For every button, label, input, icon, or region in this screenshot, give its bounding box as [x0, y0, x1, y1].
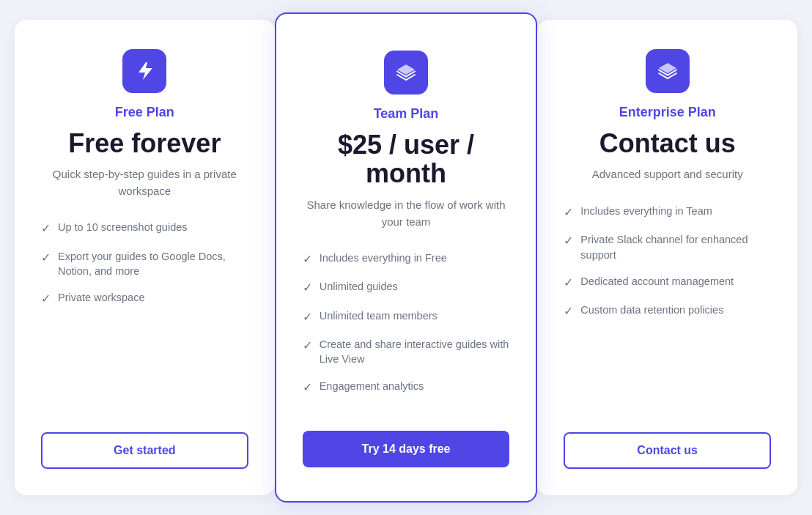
list-item: ✓ Includes everything in Team [564, 204, 771, 221]
enterprise-plan-card: Enterprise Plan Contact us Advanced supp… [537, 20, 797, 495]
check-icon: ✓ [303, 379, 312, 396]
feature-text: Unlimited team members [320, 308, 438, 323]
free-plan-header: Free Plan Free forever Quick step-by-ste… [41, 49, 248, 221]
list-item: ✓ Custom data retention policies [564, 303, 771, 319]
feature-text: Dedicated account management [580, 274, 734, 289]
feature-text: Unlimited guides [320, 279, 398, 294]
free-plan-card: Free Plan Free forever Quick step-by-ste… [15, 20, 275, 495]
enterprise-features-list: ✓ Includes everything in Team ✓ Private … [564, 204, 771, 355]
team-plan-header: Team Plan $25 / user / month Share knowl… [303, 51, 510, 251]
list-item: ✓ Up to 10 screenshot guides [41, 220, 248, 237]
pricing-container: Free Plan Free forever Quick step-by-ste… [15, 20, 797, 495]
check-icon: ✓ [303, 251, 312, 267]
check-icon: ✓ [303, 338, 312, 354]
free-features-list: ✓ Up to 10 screenshot guides ✓ Export yo… [41, 220, 248, 342]
list-item: ✓ Create and share interactive guides wi… [303, 337, 510, 367]
check-icon: ✓ [303, 309, 312, 325]
check-icon: ✓ [303, 280, 312, 296]
contact-us-button[interactable]: Contact us [564, 432, 771, 469]
check-icon: ✓ [564, 233, 573, 249]
try-free-button[interactable]: Try 14 days free [303, 431, 510, 467]
layers-icon [394, 61, 418, 84]
team-plan-price: $25 / user / month [303, 130, 510, 188]
team-features-list: ✓ Includes everything in Free ✓ Unlimite… [303, 251, 510, 431]
free-plan-icon-wrapper [122, 49, 166, 93]
free-plan-description: Quick step-by-step guides in a private w… [41, 166, 248, 199]
enterprise-layers-icon [656, 59, 679, 83]
free-plan-price: Free forever [41, 129, 248, 158]
enterprise-plan-cta: Contact us [564, 432, 771, 469]
list-item: ✓ Engagement analytics [303, 379, 510, 396]
check-icon: ✓ [41, 221, 51, 237]
feature-text: Create and share interactive guides with… [320, 337, 510, 367]
feature-text: Up to 10 screenshot guides [58, 220, 188, 234]
check-icon: ✓ [564, 204, 573, 221]
list-item: ✓ Unlimited team members [303, 308, 510, 325]
get-started-button[interactable]: Get started [41, 432, 248, 469]
enterprise-plan-icon-wrapper [646, 49, 690, 93]
team-plan-icon-wrapper [384, 51, 428, 95]
list-item: ✓ Private workspace [41, 290, 248, 307]
feature-text: Custom data retention policies [580, 303, 723, 317]
list-item: ✓ Private Slack channel for enhanced sup… [564, 232, 771, 262]
check-icon: ✓ [41, 250, 51, 266]
list-item: ✓ Includes everything in Free [303, 251, 510, 267]
check-icon: ✓ [564, 303, 573, 319]
team-plan-cta: Try 14 days free [303, 431, 510, 467]
feature-text: Includes everything in Free [320, 251, 447, 265]
team-plan-name: Team Plan [303, 106, 510, 122]
feature-text: Engagement analytics [320, 379, 424, 393]
list-item: ✓ Unlimited guides [303, 279, 510, 296]
feature-text: Private Slack channel for enhanced suppo… [580, 232, 771, 262]
feature-text: Export your guides to Google Docs, Notio… [58, 249, 248, 279]
enterprise-plan-price: Contact us [564, 129, 771, 158]
enterprise-plan-description: Advanced support and security [564, 166, 771, 183]
enterprise-plan-name: Enterprise Plan [564, 105, 771, 120]
feature-text: Includes everything in Team [580, 204, 712, 218]
list-item: ✓ Dedicated account management [564, 274, 771, 291]
team-plan-card: Team Plan $25 / user / month Share knowl… [275, 12, 538, 503]
lightning-icon [133, 59, 156, 83]
enterprise-plan-header: Enterprise Plan Contact us Advanced supp… [564, 49, 771, 204]
list-item: ✓ Export your guides to Google Docs, Not… [41, 249, 248, 279]
free-plan-name: Free Plan [41, 105, 248, 120]
check-icon: ✓ [41, 291, 51, 307]
feature-text: Private workspace [58, 290, 144, 305]
team-plan-description: Share knowledge in the flow of work with… [303, 197, 510, 230]
check-icon: ✓ [564, 275, 573, 291]
free-plan-cta: Get started [41, 432, 248, 469]
